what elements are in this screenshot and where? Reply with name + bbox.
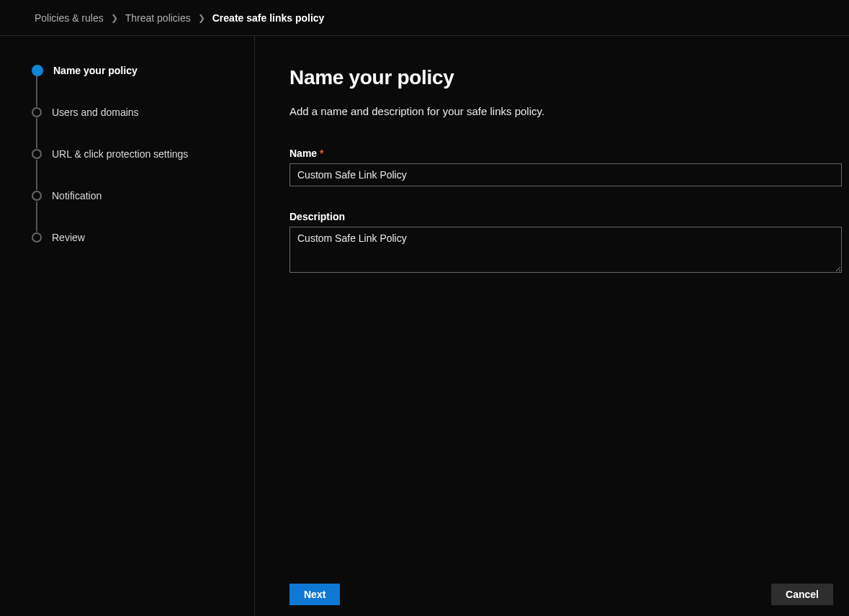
name-input[interactable] [289, 163, 842, 186]
field-group-description: Description Custom Safe Link Policy [289, 211, 842, 276]
step-label: Notification [52, 190, 102, 201]
step-indicator-icon [32, 65, 43, 76]
breadcrumb-item-threat-policies[interactable]: Threat policies [125, 12, 191, 24]
page-subtitle: Add a name and description for your safe… [289, 105, 842, 117]
step-connector [36, 76, 37, 107]
breadcrumb: Policies & rules ❯ Threat policies ❯ Cre… [0, 0, 849, 36]
step-indicator-icon [32, 232, 42, 243]
step-indicator-icon [32, 149, 42, 159]
step-label: Name your policy [53, 65, 138, 76]
step-label: Users and domains [52, 107, 139, 118]
step-name-your-policy[interactable]: Name your policy [32, 65, 254, 76]
step-connector [36, 118, 37, 148]
name-label-text: Name [289, 148, 317, 159]
breadcrumb-item-current: Create safe links policy [212, 12, 325, 24]
wizard-footer: Next Cancel [255, 573, 849, 616]
step-notification[interactable]: Notification [32, 190, 254, 201]
cancel-button[interactable]: Cancel [771, 584, 833, 605]
step-review[interactable]: Review [32, 232, 254, 243]
step-connector [36, 160, 37, 190]
description-label: Description [289, 211, 842, 222]
breadcrumb-item-policies-rules[interactable]: Policies & rules [35, 12, 104, 24]
step-users-and-domains[interactable]: Users and domains [32, 107, 254, 118]
step-label: URL & click protection settings [52, 148, 188, 160]
page-title: Name your policy [289, 66, 842, 89]
chevron-right-icon: ❯ [111, 13, 118, 23]
required-marker: * [320, 148, 323, 159]
chevron-right-icon: ❯ [198, 13, 205, 23]
wizard-content: Name your policy Add a name and descript… [255, 36, 849, 616]
step-indicator-icon [32, 191, 42, 201]
next-button[interactable]: Next [289, 584, 340, 605]
step-label: Review [52, 232, 85, 243]
description-textarea[interactable]: Custom Safe Link Policy [289, 227, 842, 273]
name-label: Name * [289, 148, 842, 159]
field-group-name: Name * [289, 148, 842, 186]
step-indicator-icon [32, 107, 42, 117]
wizard-stepper: Name your policy Users and domains URL &… [0, 36, 255, 616]
step-connector [36, 201, 37, 232]
step-url-click-protection[interactable]: URL & click protection settings [32, 148, 254, 160]
